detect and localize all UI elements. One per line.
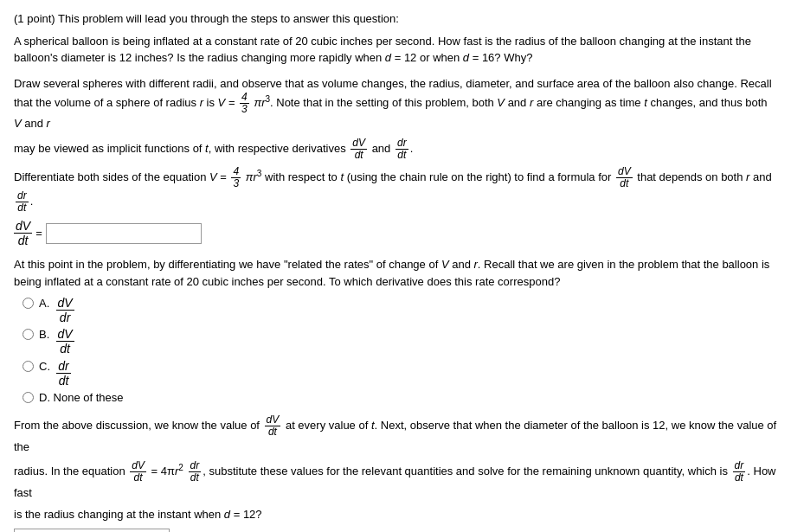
para3-text: From the above discussion, we know the v… <box>14 414 777 455</box>
radio-C[interactable] <box>23 361 34 372</box>
para1-diff: Differentiate both sides of the equation… <box>14 166 777 214</box>
equation-line: dV dt = <box>14 219 777 247</box>
point-label: (1 point) This problem will lead you thr… <box>14 10 777 28</box>
radio-D[interactable] <box>23 392 34 403</box>
radio-B[interactable] <box>23 329 34 340</box>
dv-dt-frac: dV dt <box>14 219 32 247</box>
para1-text: Draw several spheres with different radi… <box>14 75 777 132</box>
paragraph2: At this point in the problem, by differe… <box>14 256 777 406</box>
problem-container: (1 point) This problem will lead you thr… <box>14 10 777 532</box>
radio-item-B: B. dV dt <box>23 326 777 356</box>
paragraph1: Draw several spheres with different radi… <box>14 75 777 248</box>
para1-cont: may be viewed as implicit functions of t… <box>14 138 777 161</box>
label-B: B. dV dt <box>39 326 74 356</box>
equals-sign: = <box>35 225 42 242</box>
radio-A[interactable] <box>23 298 34 309</box>
radio-item-C: C. dr dt <box>23 358 777 388</box>
label-C: C. dr dt <box>39 358 71 388</box>
para2-text: At this point in the problem, by differe… <box>14 256 777 290</box>
radio-group-q1: A. dV dr B. dV dt C. <box>23 295 777 406</box>
main-question: A spherical balloon is being inflated at… <box>14 33 777 67</box>
label-A: A. dV dr <box>39 295 74 324</box>
para3-text2: radius. In the equation dVdt = 4πr2 drdt… <box>14 460 777 501</box>
intro-text: This problem will lead you through the s… <box>58 12 399 25</box>
header-section: (1 point) This problem will lead you thr… <box>14 10 777 67</box>
equation-answer-input[interactable] <box>46 223 202 244</box>
radio-item-D: D. None of these <box>23 389 777 407</box>
answer-d12-input[interactable] <box>14 529 170 533</box>
label-D: D. None of these <box>39 389 124 407</box>
paragraph3: From the above discussion, we know the v… <box>14 414 777 532</box>
para3-text3: is the radius changing at the instant wh… <box>14 506 777 523</box>
points-text: (1 point) <box>14 12 55 25</box>
radio-item-A: A. dV dr <box>23 295 777 324</box>
